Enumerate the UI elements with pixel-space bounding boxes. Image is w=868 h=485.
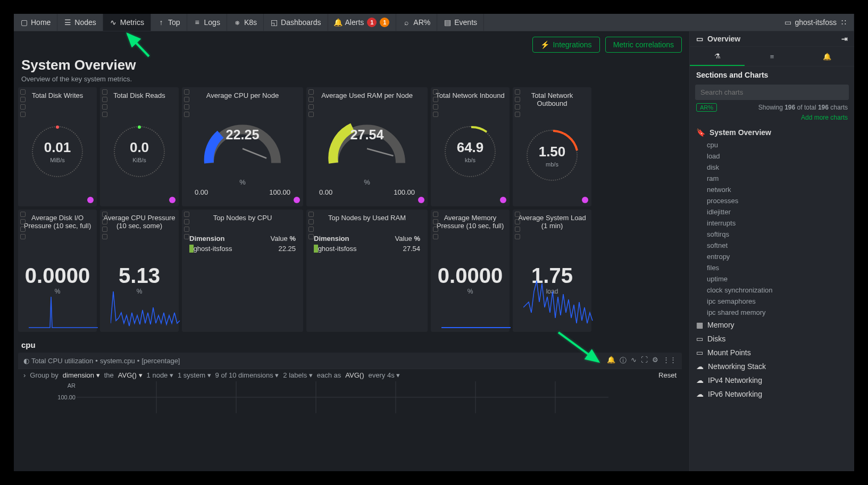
sidebar-item[interactable]: disk xyxy=(690,162,854,173)
cpu-pressure-title: Average CPU Pressure (10 sec, some) xyxy=(103,214,176,230)
card-sys-load[interactable]: Average System Load (1 min) 1.75 load xyxy=(513,210,591,332)
card-top-ram[interactable]: Top Nodes by Used RAM DimensionValue % g… xyxy=(306,210,428,332)
sidebar-item[interactable]: ipc shared memory xyxy=(690,307,854,318)
gauge-disk-writes: 0.01 MiB/s xyxy=(32,126,83,177)
integrations-button[interactable]: ⚡Integrations xyxy=(532,37,599,53)
sidebar-group-netstack[interactable]: ☁Networking Stack xyxy=(690,359,854,373)
bell-icon: 🔔 xyxy=(335,19,342,26)
collapse-icon[interactable]: ⇥ xyxy=(841,35,848,43)
sidebar-item[interactable]: uptime xyxy=(690,273,854,285)
node-icon: ▭ xyxy=(784,19,791,26)
card-ram-gauge[interactable]: Average Used RAM per Node 27.54 % 0.0010… xyxy=(306,87,428,206)
sidebar-group-memory[interactable]: ▦Memory xyxy=(690,318,854,332)
tab-k8s[interactable]: ⎈K8s xyxy=(227,14,264,31)
sidebar-item[interactable]: load xyxy=(690,150,854,162)
tab-alerts[interactable]: 🔔Alerts11 xyxy=(328,14,397,31)
sidebar-group-ipv4[interactable]: ☁IPv4 Networking xyxy=(690,373,854,387)
bell-icon[interactable]: 🔔 xyxy=(607,356,615,365)
labels-selector[interactable]: 2 labels ▾ xyxy=(283,371,312,379)
tab-top[interactable]: ↑Top xyxy=(151,14,187,31)
wave-icon[interactable]: ∿ xyxy=(631,356,637,365)
tab-home-label: Home xyxy=(31,18,51,27)
cpu-crumb3: [percentage] xyxy=(141,357,180,365)
sidebar-item[interactable]: clock synchronization xyxy=(690,285,854,296)
cloud-icon: ☁ xyxy=(696,376,704,384)
cpu-chart-area[interactable]: AR 100.00 xyxy=(18,381,682,413)
sidebar-group-disks[interactable]: ▭Disks xyxy=(690,332,854,346)
sidebar-item[interactable]: idlejitter xyxy=(690,206,854,218)
dims-selector[interactable]: 9 of 10 dimensions ▾ xyxy=(215,371,279,379)
node-selector[interactable]: 1 node ▾ xyxy=(147,371,173,379)
sidebar-item[interactable]: entropy xyxy=(690,251,854,262)
system-selector[interactable]: 1 system ▾ xyxy=(178,371,211,379)
tab-dashboards[interactable]: ◱Dashboards xyxy=(264,14,328,31)
sidebar-item[interactable]: softnet xyxy=(690,240,854,251)
every-selector[interactable]: every 4s ▾ xyxy=(369,371,400,379)
drag-icon[interactable]: ⋮⋮ xyxy=(663,356,677,365)
sidebar-item[interactable]: files xyxy=(690,262,854,273)
avg-selector[interactable]: AVG() ▾ xyxy=(118,371,143,379)
add-more-link[interactable]: Add more charts xyxy=(801,114,848,121)
status-dot-icon xyxy=(87,197,94,203)
tab-metrics[interactable]: ∿Metrics xyxy=(103,14,151,31)
layout-icon: ▭ xyxy=(696,35,703,43)
dimension-selector[interactable]: dimension ▾ xyxy=(63,371,100,379)
sidebar-sections-title: Sections and Charts xyxy=(690,66,854,82)
ar-pill[interactable]: AR% xyxy=(696,103,717,112)
calendar-icon: ▤ xyxy=(444,19,451,26)
tab-ar[interactable]: ⌕AR% xyxy=(396,14,437,31)
card-side-icons xyxy=(515,212,520,239)
expand-icon[interactable]: ⛶ xyxy=(641,356,648,365)
gauge-marker-icon xyxy=(138,126,141,129)
sidebar-tab-filter[interactable]: ≡ xyxy=(745,47,799,66)
cpu-ylabel-100: 100.00 xyxy=(57,394,76,400)
card-disk-reads[interactable]: Total Disk Reads 0.0 KiB/s xyxy=(100,87,179,206)
sidebar-tab-charts[interactable]: ⚗ xyxy=(690,47,745,66)
info-icon[interactable]: ⓘ xyxy=(620,356,627,365)
card-cpu-pressure[interactable]: Average CPU Pressure (10 sec, some) 5.13… xyxy=(100,210,179,332)
mount-label: Mount Points xyxy=(707,348,751,357)
sidebar-group-ipv6[interactable]: ☁IPv6 Networking xyxy=(690,387,854,401)
sidebar-item[interactable]: network xyxy=(690,184,854,195)
tab-nodes-label: Nodes xyxy=(74,18,96,27)
sidebar-group-system[interactable]: 🔖System Overview xyxy=(690,126,854,139)
reset-button[interactable]: Reset xyxy=(658,371,677,379)
sidebar-item[interactable]: ipc semaphores xyxy=(690,296,854,307)
cpu-chart-controls: › Group by dimension ▾ the AVG() ▾ 1 nod… xyxy=(18,369,682,381)
search-input[interactable] xyxy=(695,85,849,100)
tab-logs[interactable]: ≡Logs xyxy=(187,14,227,31)
server-icon: ☰ xyxy=(64,19,71,26)
sidebar-item[interactable]: ram xyxy=(690,173,854,184)
sidebar-item[interactable]: softirqs xyxy=(690,229,854,240)
sidebar-item[interactable]: cpu xyxy=(690,139,854,150)
sidebar-group-mount[interactable]: ▭Mount Points xyxy=(690,346,854,359)
sidebar-tab-alarms[interactable]: 🔔 xyxy=(799,47,854,66)
sidebar-item[interactable]: interrupts xyxy=(690,218,854,229)
card-cpu-gauge[interactable]: Average CPU per Node 22.25 % 0.00100.00 xyxy=(182,87,303,206)
monitor-icon: ▢ xyxy=(20,19,28,26)
top-ram-dim-header: Dimension xyxy=(314,235,349,242)
correlations-button[interactable]: Metric correlations xyxy=(605,37,682,53)
tab-home[interactable]: ▢Home xyxy=(14,14,57,31)
settings-icon[interactable]: ⚙ xyxy=(652,356,658,365)
magnify-icon: ⌕ xyxy=(403,19,410,26)
card-net-in[interactable]: Total Network Inbound 64.9 kb/s xyxy=(431,87,510,206)
tab-events[interactable]: ▤Events xyxy=(437,14,484,31)
showing-suf: charts xyxy=(830,104,848,111)
disk-io-title: Average Disk I/O Pressure (10 sec, full) xyxy=(21,214,94,230)
card-disk-io-pressure[interactable]: Average Disk I/O Pressure (10 sec, full)… xyxy=(18,210,97,332)
mem-pressure-value: 0.0000 xyxy=(438,264,503,288)
card-net-out[interactable]: Total Network Outbound 1.50 mb/s xyxy=(513,87,591,206)
avg2-selector[interactable]: AVG() xyxy=(345,371,364,379)
card-mem-pressure[interactable]: Average Memory Pressure (10 sec, full) 0… xyxy=(431,210,510,332)
bookmark-icon: 🔖 xyxy=(696,128,705,137)
correlations-label: Metric correlations xyxy=(613,40,674,49)
bell-icon: 🔔 xyxy=(823,53,831,61)
sidebar-item[interactable]: processes xyxy=(690,195,854,206)
card-disk-writes[interactable]: Total Disk Writes 0.01 MiB/s xyxy=(18,87,97,206)
sidebar-group-system-label: System Overview xyxy=(710,128,771,137)
card-top-cpu[interactable]: Top Nodes by CPU DimensionValue % ghost-… xyxy=(182,210,303,332)
tab-nodes[interactable]: ☰Nodes xyxy=(57,14,103,31)
tab-node-selector[interactable]: ▭ghost-itsfoss∷ xyxy=(778,14,854,31)
chevron-icon[interactable]: › xyxy=(23,371,26,379)
